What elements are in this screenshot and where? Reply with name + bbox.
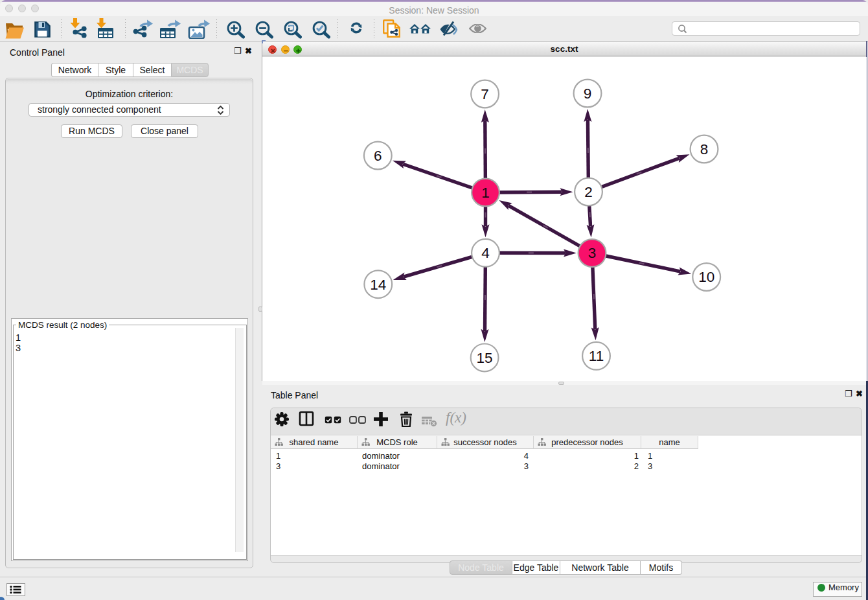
svg-text:11: 11 — [589, 348, 604, 364]
svg-text:1: 1 — [481, 185, 490, 201]
svg-text:15: 15 — [477, 350, 493, 366]
svg-text:7: 7 — [481, 86, 489, 102]
svg-text:3: 3 — [588, 245, 597, 261]
svg-text:4: 4 — [481, 245, 490, 261]
svg-text:8: 8 — [700, 141, 709, 157]
svg-text:9: 9 — [584, 86, 592, 102]
svg-text:10: 10 — [698, 269, 714, 285]
svg-text:6: 6 — [374, 148, 382, 164]
svg-text:14: 14 — [370, 277, 386, 293]
svg-text:2: 2 — [584, 184, 593, 200]
